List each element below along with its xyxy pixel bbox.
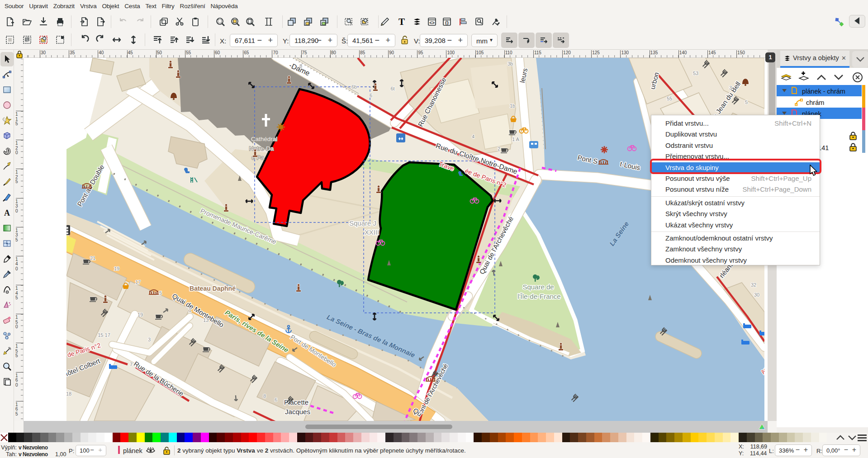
svg-text:Placette: Placette — [284, 398, 308, 406]
svg-text:e Pa: e Pa — [251, 154, 264, 161]
svg-text:♦♦: ♦♦ — [398, 136, 403, 141]
svg-text:4: 4 — [472, 134, 474, 139]
svg-text:5: 5 — [745, 99, 748, 105]
svg-text:1 A: 1 A — [512, 137, 520, 142]
svg-text:<>: <> — [429, 20, 435, 25]
svg-text:6b: 6b — [351, 84, 357, 90]
svg-text:3b: 3b — [508, 61, 513, 66]
svg-text:21: 21 — [90, 255, 95, 261]
svg-text:Cathédral: Cathédral — [251, 136, 278, 142]
svg-text:6: 6 — [275, 397, 277, 402]
svg-text:19: 19 — [114, 266, 119, 271]
svg-text:Notre-Da: Notre-Da — [249, 145, 274, 152]
svg-text:l'Île-de-France: l'Île-de-France — [517, 293, 560, 300]
svg-text:6: 6 — [370, 93, 372, 98]
svg-text:19: 19 — [138, 312, 143, 317]
svg-text:XXIII: XXIII — [365, 228, 379, 236]
svg-text:A: A — [4, 208, 10, 217]
svg-text:{}: {} — [445, 20, 449, 25]
svg-text:13: 13 — [203, 317, 209, 323]
svg-text:17: 17 — [135, 279, 141, 285]
svg-text:53: 53 — [693, 71, 698, 76]
svg-text:T: T — [398, 17, 405, 27]
svg-text:8: 8 — [299, 63, 302, 69]
svg-text:32: 32 — [751, 282, 756, 288]
svg-text:3: 3 — [148, 337, 151, 342]
svg-text:Bateau Daphné: Bateau Daphné — [190, 285, 236, 292]
svg-text:1b: 1b — [510, 103, 515, 109]
svg-text:7: 7 — [130, 362, 133, 367]
svg-text:2: 2 — [498, 146, 500, 151]
svg-text:3: 3 — [729, 85, 732, 90]
svg-text:1: 1 — [189, 307, 191, 313]
svg-text:8: 8 — [263, 393, 266, 399]
svg-text:30: 30 — [754, 292, 759, 297]
svg-text:Square J: Square J — [349, 219, 376, 227]
svg-text:6t: 6t — [390, 86, 394, 91]
svg-text:55: 55 — [667, 96, 672, 101]
svg-text:15 17: 15 17 — [98, 332, 110, 338]
svg-text:Square de: Square de — [522, 283, 554, 291]
svg-text:Jacques: Jacques — [285, 408, 310, 416]
svg-text:18: 18 — [66, 391, 71, 397]
